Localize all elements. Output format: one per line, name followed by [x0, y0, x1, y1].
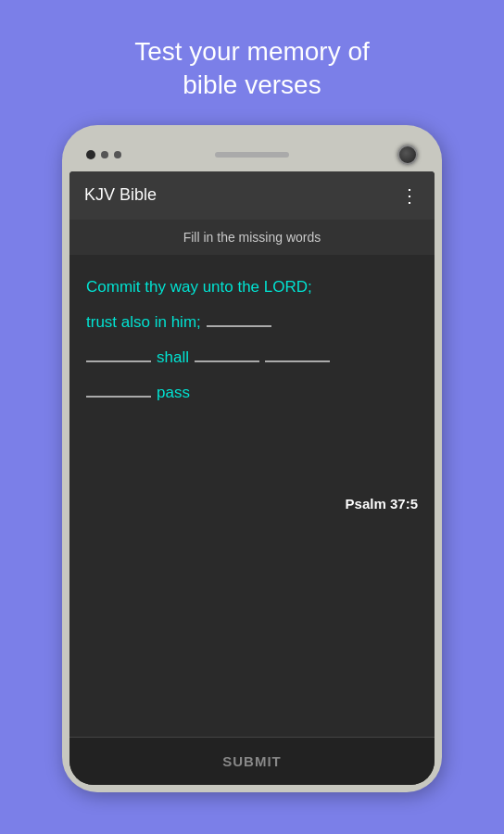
submit-bar[interactable]: SUBMIT: [69, 737, 435, 785]
verse-line-1-text: Commit thy way unto the LORD;: [86, 272, 312, 303]
phone-frame: KJV Bible ⋮ Fill in the missing words Co…: [62, 125, 442, 792]
blank-1[interactable]: [207, 307, 271, 327]
verse-reference: Psalm 37:5: [69, 486, 435, 521]
blank-5[interactable]: [86, 377, 151, 398]
verse-word-shall: shall: [157, 342, 189, 373]
submit-button[interactable]: SUBMIT: [222, 753, 282, 769]
blank-2[interactable]: [86, 342, 151, 362]
dot-2: [101, 151, 108, 158]
app-bar-title: KJV Bible: [84, 185, 157, 205]
subtitle-text: Fill in the missing words: [183, 230, 321, 245]
phone-screen: KJV Bible ⋮ Fill in the missing words Co…: [69, 171, 435, 785]
dot-1: [86, 150, 95, 159]
verse-section: Commit thy way unto the LORD; trust also…: [69, 255, 435, 785]
verse-content: Commit thy way unto the LORD; trust also…: [69, 255, 435, 487]
camera-dots: [86, 150, 121, 159]
blank-4[interactable]: [265, 342, 330, 362]
phone-speaker: [215, 152, 289, 158]
verse-word-pass: pass: [157, 377, 190, 409]
spacer: [69, 521, 435, 737]
verse-line-2-prefix: trust also in him;: [86, 307, 201, 338]
phone-top-bar: [69, 138, 435, 171]
verse-line-3: shall: [86, 342, 418, 373]
verse-line-4: pass: [86, 377, 418, 409]
page-title: Test your memory of bible verses: [97, 35, 407, 103]
more-icon[interactable]: ⋮: [400, 184, 420, 207]
front-camera: [397, 145, 418, 165]
verse-line-1: Commit thy way unto the LORD;: [86, 272, 418, 303]
subtitle-bar: Fill in the missing words: [69, 220, 435, 255]
verse-line-2: trust also in him;: [86, 307, 418, 338]
blank-3[interactable]: [195, 342, 259, 362]
app-bar: KJV Bible ⋮: [69, 171, 435, 220]
dot-3: [114, 151, 121, 158]
